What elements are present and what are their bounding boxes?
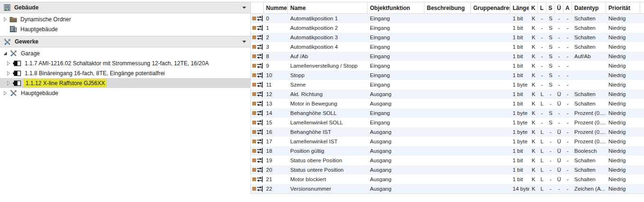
expander-collapsed-icon[interactable] (5, 60, 11, 66)
group-object-row[interactable]: 0Automatikposition 1Eingang1 bitK-S--Sch… (251, 14, 644, 23)
cell-nummer: 22 (264, 184, 288, 193)
column-header-icon[interactable] (251, 2, 264, 13)
section-header-gebaeude[interactable]: Gebäude (0, 2, 250, 13)
cell-icon (251, 146, 264, 156)
cell-ue: Ü (555, 175, 563, 184)
cell-l: - (538, 42, 546, 52)
cell-s: S (546, 52, 555, 61)
cell-datentyp: Schalten (572, 33, 606, 42)
cell-beschreibung (424, 89, 471, 99)
tree-item-hauptgebaeude[interactable]: Hauptgebäude (0, 24, 250, 34)
cell-k: K (529, 127, 538, 137)
cell-name: Versionsnummer (288, 184, 368, 193)
tree-item-device-1-1-12[interactable]: 1.1.12 X-line Raffstore GJ56XX (0, 78, 250, 88)
cell-prioritaet: Niedrig (606, 175, 640, 184)
cell-laenge: 1 bit (510, 14, 529, 23)
group-object-icon (252, 44, 263, 50)
cell-beschreibung (424, 108, 471, 118)
cell-a: - (563, 137, 572, 146)
group-object-row[interactable]: 1Automatikposition 2Eingang1 bitK-S--Sch… (251, 23, 644, 33)
tree-item-label: Garage (20, 50, 41, 57)
group-object-row[interactable]: 3Automatikposition 4Eingang1 bitK-S--Sch… (251, 42, 644, 52)
cell-funktion: Eingang (368, 14, 424, 23)
column-header-k[interactable]: K (529, 2, 538, 13)
group-object-row[interactable]: 8Auf /AbEingang1 bitK-S--Auf/AbNiedrig (251, 52, 644, 61)
cell-a: - (563, 99, 572, 108)
cell-l: - (538, 14, 546, 23)
group-object-row[interactable]: 16Behanghöhe ISTAusgang1 byteKL-Ü-Prozen… (251, 127, 644, 137)
cell-laenge: 1 bit (510, 165, 529, 175)
group-object-row[interactable]: 21Motor blockiertAusgang1 bitKL-Ü-Schalt… (251, 175, 644, 184)
group-object-row[interactable]: 18Position gültigAusgang1 bitKL-Ü-Booles… (251, 146, 644, 156)
group-object-row[interactable]: 20Status untere PositionAusgang1 bitKL-Ü… (251, 165, 644, 175)
tree-item-dynamische-ordner[interactable]: Dynamische Ordner (0, 14, 250, 24)
cell-funktion: Ausgang (368, 127, 424, 137)
cell-icon (251, 118, 264, 127)
column-header-gruppenadresse[interactable]: Gruppenadresse (471, 2, 510, 13)
column-header-ue[interactable]: Ü (555, 2, 563, 13)
cell-ue: - (555, 42, 563, 52)
group-object-row[interactable]: 14Behanghöhe SOLLEingang1 byteK-S--Proze… (251, 108, 644, 118)
tree-item-hauptgebaeude-gewerke[interactable]: Hauptgebäude (0, 88, 250, 98)
expander-collapsed-icon[interactable] (5, 80, 11, 86)
chevron-down-icon[interactable] (242, 41, 246, 43)
cell-funktion: Eingang (368, 70, 424, 80)
group-object-row[interactable]: 11SzeneEingang1 byteK-S--Niedrig (251, 80, 644, 89)
cell-prioritaet: Niedrig (606, 42, 640, 52)
column-header-laenge[interactable]: Länge (510, 2, 529, 13)
column-header-label: Datentyp (574, 5, 598, 11)
column-header-datentyp[interactable]: Datentyp (572, 2, 606, 13)
group-object-icon (252, 25, 263, 31)
group-object-row[interactable]: 10StoppEingang1 bitK-S--Niedrig (251, 70, 644, 80)
group-object-row[interactable]: 9Lamellenverstellung / StoppEingang1 bit… (251, 61, 644, 70)
cell-k: K (529, 165, 538, 175)
section-header-gewerke[interactable]: Gewerke (0, 36, 250, 47)
device-icon (13, 70, 21, 76)
cell-ue: - (555, 52, 563, 61)
cell-icon (251, 80, 264, 89)
cell-name: Behanghöhe IST (288, 127, 368, 137)
expander-collapsed-icon[interactable] (2, 90, 8, 96)
cell-k: K (529, 70, 538, 80)
column-header-nummer[interactable]: Nummer (264, 2, 288, 13)
cell-l: L (538, 156, 546, 165)
group-object-row[interactable]: 19Status obere PositionAusgang1 bitKL-Ü-… (251, 156, 644, 165)
expander-collapsed-icon[interactable] (2, 16, 8, 22)
column-header-beschreibung[interactable]: Beschreibung (424, 2, 471, 13)
column-header-prioritaet[interactable]: Priorität (606, 2, 640, 13)
column-header-a[interactable]: A (563, 2, 572, 13)
column-header-l[interactable]: L (538, 2, 546, 13)
cell-laenge: 1 bit (510, 52, 529, 61)
tree-item-garage[interactable]: Garage (0, 48, 250, 58)
group-object-row[interactable]: 12Akt. RichtungAusgang1 bitKL-Ü-Schalten… (251, 89, 644, 99)
column-header-name[interactable]: Name (288, 2, 368, 13)
group-object-row[interactable]: 17Lamellenwinkel ISTAusgang1 byteKL-Ü-Pr… (251, 137, 644, 146)
cell-nummer: 20 (264, 165, 288, 175)
group-object-row[interactable]: 13Motor in BewegungAusgang1 bitKL-Ü-Scha… (251, 99, 644, 108)
cell-ue: Ü (555, 89, 563, 99)
cell-gruppenadresse (471, 61, 510, 70)
cell-beschreibung (424, 80, 471, 89)
tree-item-device-1-1-7[interactable]: 1.1.7 AMI-1216.02 Schaltaktor mit Stromm… (0, 58, 250, 68)
column-header-label: Beschreibung (427, 5, 465, 11)
cell-a: - (563, 127, 572, 137)
column-header-funktion[interactable]: Objektfunktion (368, 2, 424, 13)
device-icon (13, 61, 21, 66)
chevron-down-icon[interactable] (242, 7, 246, 9)
group-object-row[interactable]: 22VersionsnummerAusgang14 bytesKL---Zeic… (251, 184, 644, 193)
group-object-row[interactable]: 15Lamellenwinkel SOLLEingang1 byteK-S--P… (251, 118, 644, 127)
cell-l: - (538, 52, 546, 61)
cell-name: Lamellenwinkel SOLL (288, 118, 368, 127)
group-object-row[interactable]: 2Automatikposition 3Eingang1 bitK-S--Sch… (251, 33, 644, 42)
cell-s: S (546, 33, 555, 42)
expander-expanded-icon[interactable] (2, 50, 8, 56)
expander-collapsed-icon[interactable] (5, 70, 11, 76)
cell-s: S (546, 61, 555, 70)
cell-gruppenadresse (471, 156, 510, 165)
cell-k: K (529, 61, 538, 70)
cell-gruppenadresse (471, 70, 510, 80)
column-header-s[interactable]: S (546, 2, 555, 13)
cell-prioritaet: Niedrig (606, 80, 640, 89)
tree-item-device-1-1-8[interactable]: 1.1.8 Binäreingang 16-fach, 8TE, Eingäng… (0, 68, 250, 78)
ets-group-objects-window: GebäudeDynamische OrdnerHauptgebäudeGewe… (0, 0, 644, 202)
